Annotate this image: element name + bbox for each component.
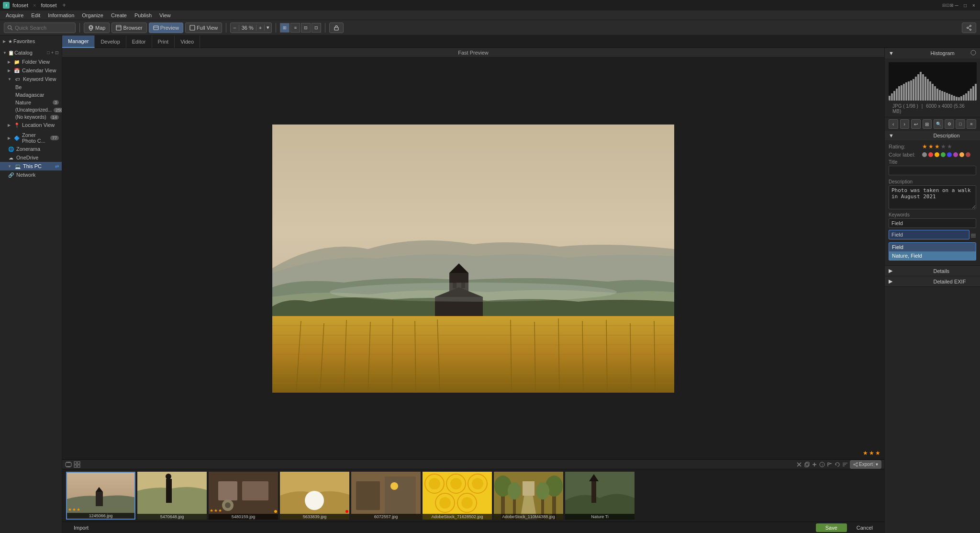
thumb-adobestock-1[interactable]: AdobeStock_71628502.jpg [423, 472, 492, 520]
thumb-1245066[interactable]: ★ ★ ★ 1245066.jpg [66, 472, 135, 520]
color-dot-red[interactable] [928, 152, 933, 157]
menu-information[interactable]: Information [44, 11, 78, 19]
delete-icon[interactable] [796, 462, 802, 467]
rp-next-btn[interactable]: › [900, 119, 910, 129]
lock-btn[interactable] [329, 23, 344, 33]
search-input[interactable] [15, 25, 72, 31]
sidebar-zoner-photo[interactable]: ▶ 🔷 Zoner Photo C... 77 [0, 131, 62, 145]
move-icon[interactable] [812, 462, 817, 467]
thumb-5470648[interactable]: 5470648.jpg [137, 472, 207, 520]
tab-develop[interactable]: Develop [95, 35, 126, 48]
catalog-btn-2[interactable]: + [51, 50, 54, 55]
rp-tool-1[interactable]: 🔍 [934, 119, 943, 129]
thumb-6072557[interactable]: 6072557.jpg [351, 472, 421, 520]
keyword-active-input[interactable] [889, 230, 969, 239]
tab-manager[interactable]: Manager [62, 35, 95, 48]
kw-suggestion-nature-field[interactable]: Nature, Field [889, 251, 976, 260]
kw-suggestion-field[interactable]: Field [889, 243, 976, 251]
sidebar-favorites[interactable]: ▶ ★ Favorites [0, 36, 62, 46]
thumb-adobestock-2[interactable]: AdobeStock_110M4388.jpg [494, 472, 563, 520]
sidebar-calendar-view[interactable]: ▶ 📅 Calendar View [0, 66, 62, 75]
sidebar-network[interactable]: 🔗 Network [0, 170, 62, 179]
tab-video[interactable]: Video [175, 35, 200, 48]
fullview-btn[interactable]: Full View [185, 23, 222, 33]
thumb-5480159[interactable]: ★ ★ ★ 5480159.jpg [209, 472, 278, 520]
sidebar-zonerama[interactable]: 🌐 Zonerama [0, 145, 62, 153]
sidebar-keyword-nature[interactable]: Nature 3 [0, 99, 62, 106]
copy-icon[interactable] [804, 462, 810, 467]
details-header[interactable]: ▶ Details [885, 266, 980, 276]
histogram-expand-icon[interactable] [970, 50, 976, 56]
grid-view-btn[interactable]: ⊞ [280, 23, 290, 33]
minimize-btn[interactable]: ─ [953, 2, 960, 9]
share-btn[interactable] [962, 23, 976, 33]
color-dot-brown[interactable] [966, 152, 970, 157]
compare-view-btn[interactable]: ⊡ [312, 23, 321, 33]
sort-icon[interactable] [842, 462, 848, 467]
sidebar-catalog[interactable]: ▼ 📋 Catalog □ + ⊡ [0, 48, 62, 57]
preview-btn[interactable]: Preview [149, 23, 183, 33]
histogram-header[interactable]: ▼ Histogram [885, 48, 980, 58]
cancel-btn[interactable]: Cancel [850, 523, 880, 532]
menu-acquire[interactable]: Acquire [2, 11, 27, 19]
catalog-btn-3[interactable]: ⊡ [55, 50, 59, 55]
keywords-input[interactable] [889, 218, 976, 228]
zoom-in-btn[interactable]: + [256, 25, 264, 31]
zoom-dropdown-btn[interactable]: ▾ [264, 24, 271, 31]
zoom-out-btn[interactable]: − [231, 25, 238, 31]
description-textarea[interactable]: Photo was taken on a walk in August 2021 [889, 185, 976, 209]
tab-print[interactable]: Print [152, 35, 175, 48]
save-btn[interactable]: Save [816, 523, 847, 532]
keyword-menu-icon[interactable] [970, 233, 976, 238]
maximize-btn[interactable]: □ [962, 2, 969, 9]
menu-edit[interactable]: Edit [27, 11, 44, 19]
menu-view[interactable]: View [156, 11, 175, 19]
rating-star-1[interactable]: ★ [922, 143, 927, 150]
sidebar-thispc[interactable]: ▼ 💻 This PC ⇄ [0, 162, 62, 170]
rp-tool-3[interactable]: □ [956, 119, 965, 129]
rp-prev-btn[interactable]: ‹ [889, 119, 898, 129]
sidebar-keyword-view[interactable]: ▼ 🏷 Keyword View [0, 75, 62, 83]
description-header[interactable]: ▼ Description [885, 131, 980, 140]
menu-organize[interactable]: Organize [78, 11, 107, 19]
color-dot-gray[interactable] [922, 152, 927, 157]
color-dot-yellow[interactable] [959, 152, 964, 157]
tab-editor[interactable]: Editor [126, 35, 152, 48]
rp-tool-4[interactable]: ≡ [967, 119, 976, 129]
close-btn[interactable]: × [970, 2, 977, 9]
detailed-exif-header[interactable]: ▶ Detailed EXIF [885, 276, 980, 286]
detail-view-btn[interactable]: ⊟ [301, 23, 311, 33]
menu-create[interactable]: Create [107, 11, 131, 19]
sidebar-keyword-nokeywords[interactable]: (No keywords) 14 [0, 113, 62, 121]
map-btn[interactable]: Map [84, 23, 110, 33]
thumb-nature-ti[interactable]: Nature Ti [565, 472, 635, 520]
rating-star-4[interactable]: ★ [941, 143, 946, 150]
info-icon[interactable]: i [819, 462, 825, 467]
color-dot-blue[interactable] [947, 152, 952, 157]
title-input[interactable] [889, 166, 976, 175]
rating-stars[interactable]: ★ ★ ★ ★ ★ [922, 143, 952, 150]
color-dot-purple[interactable] [953, 152, 958, 157]
rotate-icon[interactable] [835, 462, 840, 467]
preview-area[interactable]: ★ ★ ★ [62, 57, 884, 459]
sidebar-keyword-uncategorized[interactable]: (Uncategorized... 250 [0, 106, 62, 113]
share-export-btn[interactable]: Export ▾ [850, 460, 881, 469]
sidebar-folder-view[interactable]: ▶ 📁 Folder View [0, 57, 62, 66]
sidebar-keyword-be[interactable]: Be [0, 83, 62, 91]
rating-star-2[interactable]: ★ [928, 143, 934, 150]
sidebar-keyword-madagascar[interactable]: Madagascar [0, 91, 62, 99]
rp-nav-4[interactable]: ⊞ [923, 119, 932, 129]
rating-star-5[interactable]: ★ [947, 143, 952, 150]
rp-nav-3[interactable]: ↩ [911, 119, 921, 129]
sidebar-onedrive[interactable]: ☁ OneDrive [0, 153, 62, 162]
menu-publish[interactable]: Publish [131, 11, 156, 19]
export-dropdown[interactable]: ▾ [874, 462, 878, 467]
sidebar-location-view[interactable]: ▶ 📍 Location View [0, 121, 62, 129]
flag-icon[interactable] [827, 462, 833, 467]
list-view-btn[interactable]: ≡ [290, 23, 300, 33]
color-dot-orange[interactable] [935, 152, 939, 157]
color-dot-green[interactable] [941, 152, 946, 157]
import-btn[interactable]: Import [67, 523, 95, 532]
rating-star-3[interactable]: ★ [935, 143, 940, 150]
browser-btn[interactable]: Browser [111, 23, 146, 33]
